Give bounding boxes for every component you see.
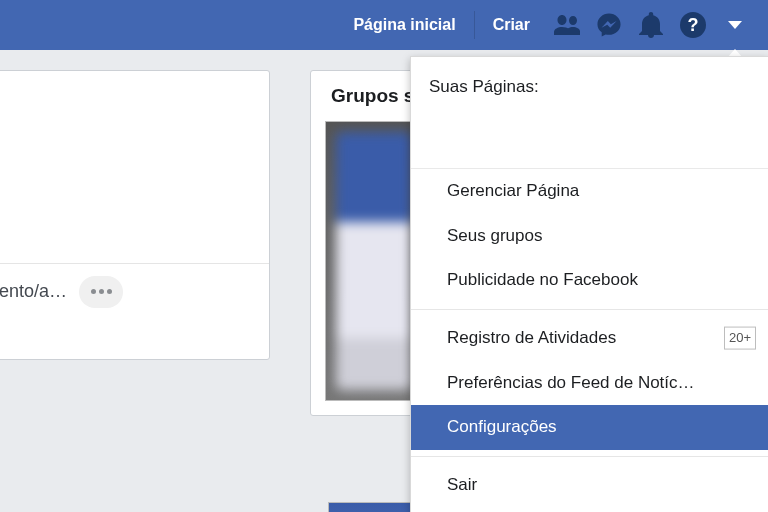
dropdown-item-settings[interactable]: Configurações <box>411 405 768 450</box>
dropdown-item-activity-log[interactable]: Registro de Atividades 20+ <box>411 316 768 361</box>
dropdown-item-logout[interactable]: Sair <box>411 463 768 508</box>
home-link[interactable]: Página inicial <box>339 10 469 40</box>
left-card: Sentimento/a… <box>0 70 270 360</box>
help-icon[interactable]: ? <box>674 6 712 44</box>
notifications-icon[interactable] <box>632 6 670 44</box>
dropdown-item-advertising[interactable]: Publicidade no Facebook <box>411 258 768 303</box>
group-thumbnail[interactable] <box>325 121 423 401</box>
friends-icon[interactable] <box>548 6 586 44</box>
feeling-label: Sentimento/a… <box>0 281 67 302</box>
nav-divider <box>474 11 475 39</box>
more-options-button[interactable] <box>79 276 123 308</box>
dropdown-pages-area <box>411 111 768 169</box>
dropdown-separator <box>411 309 768 310</box>
dropdown-item-your-groups[interactable]: Seus grupos <box>411 214 768 259</box>
messenger-icon[interactable] <box>590 6 628 44</box>
top-navbar: Página inicial Criar ? <box>0 0 768 50</box>
activity-count-badge: 20+ <box>724 327 756 350</box>
dropdown-item-label: Registro de Atividades <box>447 328 616 347</box>
dropdown-item-manage-page[interactable]: Gerenciar Página <box>411 169 768 214</box>
account-dropdown-menu: Suas Páginas: Gerenciar Página Seus grup… <box>410 56 768 512</box>
group-thumbnail-secondary[interactable] <box>328 502 420 512</box>
dropdown-item-feed-preferences[interactable]: Preferências do Feed de Notíc… <box>411 361 768 406</box>
chevron-down-icon <box>728 21 742 29</box>
dropdown-separator <box>411 456 768 457</box>
create-link[interactable]: Criar <box>479 10 544 40</box>
account-menu-caret[interactable] <box>716 6 754 44</box>
dropdown-section-header: Suas Páginas: <box>411 63 768 111</box>
